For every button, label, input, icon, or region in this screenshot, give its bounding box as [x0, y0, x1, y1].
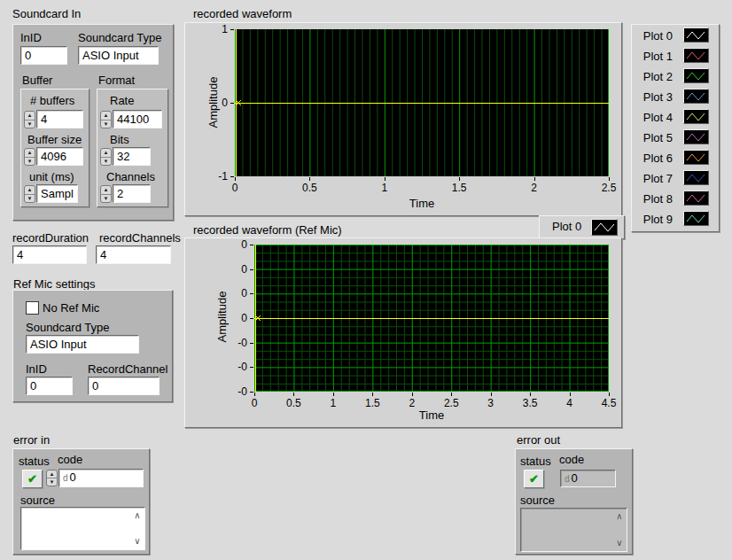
buffer-cluster: # buffers ▲▼ Buffer size ▲▼ unit (ms) ▲▼: [20, 89, 90, 207]
x-tick-mark: [609, 393, 610, 396]
error-in-source-label: source: [20, 494, 55, 507]
x-tick-label: 2: [531, 182, 537, 194]
x-tick-label: 2.5: [602, 182, 617, 194]
spin-down-icon[interactable]: ▼: [25, 121, 35, 128]
spin-up-icon[interactable]: ▲: [101, 186, 111, 195]
graph2-legend[interactable]: Plot 0: [539, 215, 625, 239]
y-tick-label: 0: [201, 97, 228, 109]
legend-item-3[interactable]: Plot 3: [632, 89, 719, 108]
record-channel-input[interactable]: [88, 377, 160, 395]
buffer-size-label: Buffer size: [27, 133, 82, 146]
error-in-source-input[interactable]: [21, 508, 134, 553]
legend-item-7[interactable]: Plot 7: [632, 170, 719, 190]
spin-down-icon[interactable]: ▼: [47, 478, 57, 486]
plot-style-swatch[interactable]: [683, 68, 709, 83]
spin-up-icon[interactable]: ▲: [47, 471, 57, 478]
error-in-code-label: code: [58, 453, 82, 466]
ref-mic-cluster: No Ref Mic Soundcard Type InID RecordCha…: [12, 290, 173, 402]
x-tick-label: 0.5: [302, 182, 317, 194]
legend-item-label: Plot 4: [632, 111, 673, 124]
channels-input[interactable]: [113, 184, 151, 203]
error-in-status-button[interactable]: ✔: [22, 470, 43, 488]
spin-down-icon[interactable]: ▼: [101, 195, 111, 203]
legend-item-8[interactable]: Plot 8: [632, 191, 719, 210]
record-duration-input[interactable]: [12, 245, 87, 264]
error-in-cluster: status code ✔ ▲▼ d0 source ∧ ∨: [12, 448, 150, 555]
radix-indicator: d: [565, 474, 570, 484]
soundcard-type-input[interactable]: [78, 46, 159, 65]
y-tick-mark: [250, 245, 253, 245]
spin-up-icon[interactable]: ▲: [25, 186, 35, 195]
plot-style-swatch[interactable]: [683, 89, 709, 104]
spin-up-icon[interactable]: ▲: [25, 149, 35, 158]
legend-item-label: Plot 7: [632, 172, 673, 185]
spin-down-icon[interactable]: ▼: [25, 195, 35, 203]
no-ref-mic-label: No Ref Mic: [43, 301, 99, 315]
plot-style-swatch[interactable]: [683, 211, 709, 226]
legend-item-5[interactable]: Plot 5: [632, 129, 719, 149]
rate-input[interactable]: [113, 110, 162, 128]
legend-item-4[interactable]: Plot 4: [632, 109, 719, 128]
unit-input[interactable]: [36, 184, 78, 203]
channels-spinner[interactable]: ▲▼: [100, 185, 112, 203]
waveform-graph: Time Amplitude 00.511.522.510-1: [184, 22, 622, 216]
no-ref-mic-checkbox[interactable]: [26, 301, 39, 315]
error-out-cluster: status code ✔ d0 source ∧ ∨: [515, 448, 633, 555]
plot-style-swatch[interactable]: [591, 219, 618, 236]
x-tick-mark: [570, 393, 571, 396]
plot-style-swatch[interactable]: [683, 170, 709, 185]
y-tick-mark: [250, 367, 253, 368]
y-tick-mark: [230, 29, 234, 30]
error-in-code-field[interactable]: d0: [58, 469, 144, 487]
scroll-down-icon[interactable]: ∨: [131, 535, 144, 548]
unit-spinner[interactable]: ▲▼: [24, 185, 35, 203]
num-buffers-input[interactable]: [36, 110, 83, 128]
plot-style-swatch[interactable]: [683, 27, 709, 43]
legend-item-2[interactable]: Plot 2: [632, 68, 719, 88]
record-duration-label: recordDuration: [12, 231, 89, 245]
unit-label: unit (ms): [29, 170, 74, 183]
legend-item-6[interactable]: Plot 6: [632, 150, 719, 169]
graph2-legend-label: Plot 0: [552, 220, 581, 233]
plot-style-swatch[interactable]: [683, 48, 709, 63]
radix-indicator: d: [63, 473, 68, 483]
ref-mic-settings-label: Ref Mic settings: [13, 277, 95, 291]
error-in-code-spinner[interactable]: ▲▼: [46, 470, 58, 486]
spin-up-icon[interactable]: ▲: [25, 112, 35, 121]
buffer-size-input[interactable]: [36, 147, 83, 166]
spin-up-icon[interactable]: ▲: [101, 112, 111, 121]
spin-down-icon[interactable]: ▼: [25, 158, 35, 166]
ref-soundcard-type-input[interactable]: [26, 335, 139, 354]
x-tick-mark: [530, 393, 531, 396]
x-tick-label: 1: [331, 397, 337, 409]
rate-spinner[interactable]: ▲▼: [100, 111, 112, 128]
x-tick-label: 2: [409, 397, 415, 409]
plot-style-swatch[interactable]: [683, 129, 709, 144]
record-channels-label: recordChannels: [99, 231, 181, 245]
scroll-down-icon[interactable]: ∨: [613, 537, 626, 549]
plot-style-swatch[interactable]: [683, 191, 709, 206]
x-tick-label: 1.5: [452, 182, 467, 194]
spin-down-icon[interactable]: ▼: [101, 158, 111, 166]
plot-style-swatch[interactable]: [683, 109, 709, 124]
format-label: Format: [98, 74, 135, 87]
bits-input[interactable]: [113, 147, 151, 166]
bits-spinner[interactable]: ▲▼: [100, 148, 112, 166]
ref-inid-input[interactable]: [26, 377, 73, 395]
legend-item-label: Plot 6: [632, 152, 673, 165]
y-tick-label: -0: [221, 385, 247, 398]
num-buffers-spinner[interactable]: ▲▼: [24, 111, 35, 128]
plot-style-swatch[interactable]: [683, 150, 709, 165]
legend-item-9[interactable]: Plot 9: [632, 211, 719, 230]
scroll-up-icon[interactable]: ∧: [131, 509, 144, 522]
legend-item-0[interactable]: Plot 0: [632, 27, 719, 47]
record-channels-input[interactable]: [96, 245, 171, 264]
bits-label: Bits: [110, 133, 129, 146]
inid-input[interactable]: [20, 46, 67, 65]
buffer-size-spinner[interactable]: ▲▼: [24, 148, 35, 166]
y-tick-label: 0: [221, 312, 247, 324]
spin-up-icon[interactable]: ▲: [101, 149, 111, 158]
spin-down-icon[interactable]: ▼: [101, 121, 111, 128]
legend-item-1[interactable]: Plot 1: [632, 48, 719, 67]
scroll-up-icon[interactable]: ∧: [613, 510, 626, 523]
